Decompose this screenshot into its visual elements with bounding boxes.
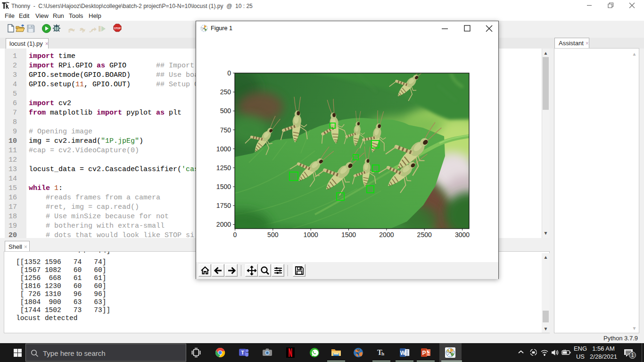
svg-text:0: 0 xyxy=(233,231,237,239)
svg-text:1500: 1500 xyxy=(216,183,231,190)
svg-text:h: h xyxy=(381,351,384,356)
svg-text:STOP: STOP xyxy=(114,27,121,30)
svg-text:750: 750 xyxy=(220,126,231,134)
svg-text:250: 250 xyxy=(220,88,231,96)
svg-text:1250: 1250 xyxy=(216,164,231,172)
svg-text:1000: 1000 xyxy=(216,145,231,153)
svg-text:1000: 1000 xyxy=(304,231,318,239)
svg-text:T: T xyxy=(241,350,244,355)
svg-text:2000: 2000 xyxy=(379,231,394,239)
svg-text:2500: 2500 xyxy=(417,231,432,239)
svg-text:1750: 1750 xyxy=(216,202,231,209)
svg-text:0: 0 xyxy=(227,69,231,77)
svg-text:500: 500 xyxy=(267,231,279,239)
svg-text:P: P xyxy=(422,350,426,356)
svg-text:500: 500 xyxy=(220,107,231,115)
svg-text:3000: 3000 xyxy=(455,231,470,239)
svg-text:2000: 2000 xyxy=(216,221,231,228)
svg-text:1500: 1500 xyxy=(341,231,356,239)
